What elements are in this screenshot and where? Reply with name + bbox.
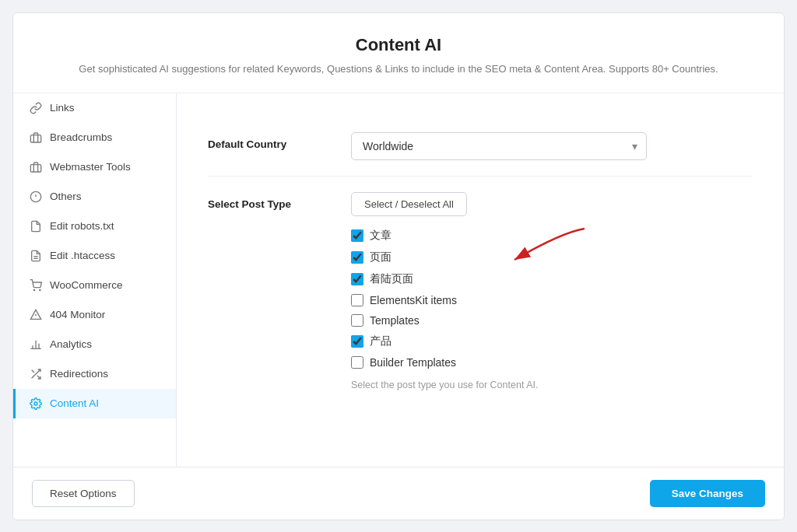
settings-icon	[30, 397, 42, 410]
sidebar-item-robots[interactable]: Edit robots.txt	[13, 212, 176, 241]
sidebar-label-others: Others	[50, 191, 82, 202]
checkbox-elementskit[interactable]	[351, 294, 363, 306]
svg-point-8	[40, 289, 40, 290]
sidebar-label-breadcrumbs: Breadcrumbs	[50, 131, 112, 143]
post-types-list: 文章 页面 着陆页面	[351, 229, 753, 369]
sidebar-item-analytics[interactable]: Analytics	[13, 330, 176, 359]
shuffle-icon	[30, 368, 42, 380]
post-type-item-builder[interactable]: Builder Templates	[351, 356, 753, 369]
page-subtitle: Get sophisticated AI suggestions for rel…	[44, 61, 753, 77]
post-type-label-article: 文章	[370, 229, 391, 243]
sidebar-item-content-ai[interactable]: Content AI	[13, 389, 176, 418]
default-country-row: Default Country Worldwide United States …	[208, 117, 753, 177]
post-type-label-page: 页面	[370, 250, 391, 264]
sidebar-label-webmaster: Webmaster Tools	[50, 161, 131, 173]
checkbox-builder[interactable]	[351, 356, 363, 369]
sidebar-item-links[interactable]: Links	[13, 93, 176, 123]
post-type-label-product: 产品	[370, 334, 391, 348]
checkbox-article[interactable]	[351, 229, 363, 242]
sidebar-label-content-ai: Content AI	[50, 397, 99, 409]
sidebar-item-404[interactable]: 404 Monitor	[13, 300, 176, 330]
sidebar-item-webmaster-tools[interactable]: Webmaster Tools	[13, 152, 176, 182]
helper-text: Select the post type you use for Content…	[351, 380, 753, 390]
link-icon	[30, 102, 42, 114]
sidebar-item-redirections[interactable]: Redirections	[13, 359, 176, 389]
post-type-label-elementskit: ElementsKit items	[370, 294, 457, 306]
select-post-type-row: Select Post Type Select / Deselect All	[208, 177, 753, 406]
file-icon	[30, 220, 42, 233]
post-type-label-landing: 着陆页面	[370, 272, 413, 286]
sidebar-label-redirections: Redirections	[50, 368, 108, 380]
post-type-label-builder: Builder Templates	[370, 356, 456, 369]
select-deselect-all-button[interactable]: Select / Deselect All	[351, 192, 467, 216]
circle-icon	[30, 191, 42, 203]
svg-point-7	[33, 289, 34, 290]
post-type-control: Select / Deselect All	[351, 192, 753, 390]
select-post-type-label: Select Post Type	[208, 192, 332, 210]
post-type-item-templates[interactable]: Templates	[351, 314, 753, 327]
chart-icon	[30, 338, 42, 351]
sidebar-label-analytics: Analytics	[50, 338, 92, 350]
save-changes-button[interactable]: Save Changes	[650, 480, 765, 507]
page-title: Content AI	[44, 35, 753, 55]
country-select[interactable]: Worldwide United States United Kingdom C…	[351, 132, 647, 160]
cart-icon	[30, 279, 42, 292]
sidebar-item-others[interactable]: Others	[13, 182, 176, 212]
checkbox-landing[interactable]	[351, 273, 363, 285]
svg-point-19	[34, 402, 37, 405]
sidebar: Links Breadcrumbs Webmaster Tools Others	[13, 93, 177, 467]
footer-bar: Reset Options Save Changes	[13, 467, 784, 520]
sidebar-label-404: 404 Monitor	[50, 309, 105, 320]
default-country-control: Worldwide United States United Kingdom C…	[351, 132, 753, 160]
post-type-item-elementskit[interactable]: ElementsKit items	[351, 294, 753, 306]
post-type-label-templates: Templates	[370, 314, 420, 327]
svg-line-18	[32, 369, 34, 372]
svg-rect-1	[30, 164, 40, 171]
post-type-item-page[interactable]: 页面	[351, 250, 753, 264]
sidebar-label-links: Links	[50, 102, 75, 114]
page-header: Content AI Get sophisticated AI suggesti…	[13, 13, 784, 93]
country-select-wrapper: Worldwide United States United Kingdom C…	[351, 132, 647, 160]
checkbox-product[interactable]	[351, 335, 363, 348]
sidebar-item-breadcrumbs[interactable]: Breadcrumbs	[13, 123, 176, 152]
briefcase-icon	[30, 161, 42, 173]
default-country-label: Default Country	[208, 132, 332, 150]
sidebar-item-htaccess[interactable]: Edit .htaccess	[13, 241, 176, 271]
document-icon	[30, 250, 42, 262]
breadcrumb-icon	[30, 131, 42, 144]
post-type-item-product[interactable]: 产品	[351, 334, 753, 348]
checkbox-page[interactable]	[351, 251, 363, 264]
checkbox-templates[interactable]	[351, 314, 363, 327]
sidebar-label-htaccess: Edit .htaccess	[50, 250, 115, 261]
main-panel: Default Country Worldwide United States …	[177, 93, 784, 467]
reset-options-button[interactable]: Reset Options	[32, 480, 135, 507]
svg-rect-0	[30, 135, 40, 142]
sidebar-item-woocommerce[interactable]: WooCommerce	[13, 271, 176, 300]
post-type-item-article[interactable]: 文章	[351, 229, 753, 243]
sidebar-label-woocommerce: WooCommerce	[50, 279, 123, 291]
triangle-icon	[30, 309, 42, 321]
post-type-item-landing[interactable]: 着陆页面	[351, 272, 753, 286]
sidebar-label-robots: Edit robots.txt	[50, 220, 114, 232]
